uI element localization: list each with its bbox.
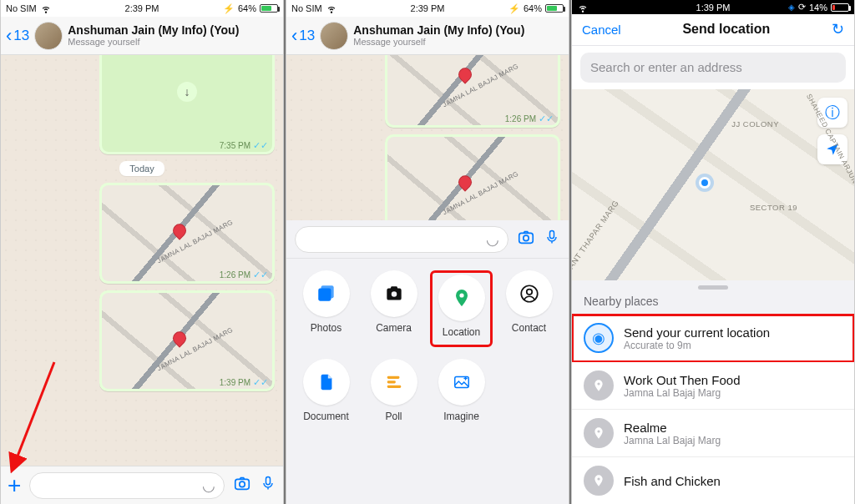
contact-icon <box>506 270 553 317</box>
nearby-place-row[interactable]: Realme Jamna Lal Bajaj Marg <box>572 410 854 457</box>
attach-button[interactable]: + <box>8 474 21 497</box>
screen-1-chat: No SIM 2:39 PM ⚡ 64% ‹ 13 Anshuman Jai <box>0 0 284 504</box>
svg-point-5 <box>524 235 529 240</box>
message-time: 1:39 PM✓✓ <box>220 377 268 388</box>
attach-label: Location <box>443 326 480 338</box>
place-pin-icon <box>584 418 614 448</box>
clock: 2:39 PM <box>286 3 569 13</box>
chat-header: ‹ 13 Anshuman Jain (My Info) (You) Messa… <box>1 17 283 55</box>
mic-icon[interactable] <box>260 474 276 496</box>
sticker-icon[interactable]: ◡ <box>202 476 215 495</box>
place-title: Send your current location <box>624 325 770 340</box>
sticker-icon[interactable]: ◡ <box>486 230 499 249</box>
nearby-place-row[interactable]: Work Out Then Food Jamna Lal Bajaj Marg <box>572 362 854 410</box>
svg-rect-0 <box>235 479 250 489</box>
svg-rect-2 <box>266 477 271 485</box>
place-subtitle: Accurate to 9m <box>624 340 770 351</box>
sheet-grabber[interactable] <box>698 285 728 290</box>
status-bar: No SIM 2:39 PM ⚡ 64% <box>1 0 283 17</box>
poll-icon <box>371 359 417 406</box>
search-wrap: Search or enter an address <box>572 46 854 89</box>
map-thumbnail: JAMNA LAL BAJAJ MARG <box>387 137 558 233</box>
attach-camera[interactable]: Camera <box>362 270 425 347</box>
nearby-place-row[interactable]: Fish and Chicken <box>572 457 854 504</box>
message-time: 1:26 PM✓✓ <box>220 270 268 280</box>
send-current-location-row[interactable]: ◉ Send your current location Accurate to… <box>572 315 854 362</box>
date-separator: Today <box>119 161 164 176</box>
chat-title: Anshuman Jain (My Info) (You) <box>68 24 239 37</box>
download-icon[interactable]: ↓ <box>177 82 197 102</box>
svg-point-19 <box>597 477 600 480</box>
back-button[interactable]: ‹ 13 <box>291 25 315 47</box>
map-thumbnail: JAMNA LAL BAJAJ MARG <box>102 293 272 389</box>
reload-icon[interactable]: ↻ <box>832 20 844 38</box>
message-bubble[interactable]: JAMNA LAL BAJAJ MARG 1:26 PM✓✓ <box>385 55 560 128</box>
map-area-label: SECTOR 19 <box>750 203 797 212</box>
place-title: Fish and Chicken <box>624 474 721 488</box>
location-header: Cancel Send location ↻ <box>572 14 854 46</box>
pin-icon <box>456 173 475 192</box>
attach-label: Contact <box>512 322 546 334</box>
chat-title: Anshuman Jain (My Info) (You) <box>353 24 524 37</box>
nearby-section: Nearby places ◉ Send your current locati… <box>572 280 854 504</box>
chat-body[interactable]: ↓ 7:35 PM✓✓ Today JAMNA LAL BAJAJ MARG 1… <box>1 55 283 466</box>
message-input[interactable]: ◡ <box>295 226 508 253</box>
back-count: 13 <box>299 28 315 44</box>
message-bubble[interactable]: JAMNA LAL BAJAJ MARG 1:39 PM✓✓ <box>99 290 275 391</box>
attach-location[interactable]: Location <box>430 270 493 347</box>
back-button[interactable]: ‹ 13 <box>6 25 29 47</box>
camera-icon[interactable] <box>233 474 251 496</box>
pin-icon <box>170 329 190 348</box>
chat-header: ‹ 13 Anshuman Jain (My Info) (You) Messa… <box>286 17 569 55</box>
message-bubble[interactable]: JAMNA LAL BAJAJ MARG 1:26 PM✓✓ <box>99 183 275 284</box>
pin-icon <box>456 65 475 84</box>
road-label: JAMNA LAL BAJAJ MARG <box>442 63 520 109</box>
attach-grid: Photos Camera Location <box>286 259 569 504</box>
svg-point-1 <box>240 481 245 486</box>
svg-rect-15 <box>387 386 401 388</box>
chevron-left-icon: ‹ <box>291 25 297 47</box>
avatar[interactable] <box>34 22 63 50</box>
attach-poll[interactable]: Poll <box>362 359 425 422</box>
place-title: Realme <box>624 421 721 435</box>
attach-imagine[interactable]: Imagine <box>430 359 493 422</box>
message-time: 7:35 PM✓✓ <box>220 140 268 151</box>
svg-rect-13 <box>387 376 399 379</box>
message-time: 1:26 PM✓✓ <box>505 113 554 124</box>
map-road-label: ANT THAPAR MARG <box>571 199 620 270</box>
chat-title-block[interactable]: Anshuman Jain (My Info) (You) Message yo… <box>68 24 239 47</box>
attach-label: Poll <box>385 411 402 422</box>
page-title: Send location <box>682 22 770 37</box>
camera-icon[interactable] <box>517 228 535 250</box>
attach-photos[interactable]: Photos <box>295 270 357 347</box>
mic-icon[interactable] <box>544 228 560 250</box>
chevron-left-icon: ‹ <box>6 25 12 47</box>
search-placeholder: Search or enter an address <box>590 60 742 74</box>
place-pin-icon <box>584 370 614 401</box>
map-view[interactable]: ⓘ SECTOR 19 JJ COLONY ANT THAPAR MARG SH… <box>572 89 854 280</box>
attach-contact[interactable]: Contact <box>498 270 560 347</box>
place-subtitle: Jamna Lal Bajaj Marg <box>624 435 721 446</box>
search-input[interactable]: Search or enter an address <box>580 53 846 83</box>
svg-rect-6 <box>550 231 554 239</box>
current-location-dot <box>699 177 711 189</box>
message-bubble[interactable]: ↓ 7:35 PM✓✓ <box>99 55 275 154</box>
avatar[interactable] <box>320 22 348 50</box>
svg-point-9 <box>391 291 397 297</box>
attach-label: Camera <box>376 322 412 334</box>
chat-subtitle: Message yourself <box>353 37 524 47</box>
battery-icon <box>545 4 564 13</box>
placeholder-thumb: ↓ <box>102 55 272 152</box>
chat-title-block[interactable]: Anshuman Jain (My Info) (You) Message yo… <box>353 24 524 47</box>
cancel-button[interactable]: Cancel <box>582 23 621 37</box>
svg-point-18 <box>597 430 600 432</box>
photos-icon <box>303 270 350 317</box>
message-input[interactable]: ◡ <box>29 472 225 499</box>
imagine-icon <box>438 359 485 406</box>
pin-icon <box>170 221 190 240</box>
nearby-title: Nearby places <box>572 293 854 315</box>
place-subtitle: Jamna Lal Bajaj Marg <box>624 387 741 399</box>
read-ticks-icon: ✓✓ <box>253 140 268 151</box>
attach-document[interactable]: Document <box>295 359 357 422</box>
svg-point-10 <box>459 293 463 297</box>
